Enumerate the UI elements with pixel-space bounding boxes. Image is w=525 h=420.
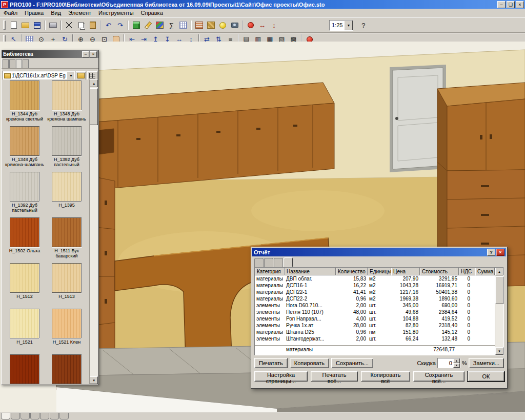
report-tab[interactable] [264,258,273,267]
Н_1344 Дуб кремона светлый[interactable]: Н_1344 Дуб кремона светлый [4,81,46,126]
scroll-track[interactable] [495,275,503,347]
new-element[interactable] [130,20,142,31]
dimension-marks[interactable] [245,20,256,31]
report-calc[interactable]: ∑ [166,20,177,31]
measure-width[interactable]: ↔ [256,20,268,31]
toolbar-button[interactable] [242,21,243,30]
report-action-button[interactable]: Печатать [254,358,288,368]
edit-element[interactable] [142,20,154,31]
Н_15...[interactable]: Н_15... [4,354,46,384]
zoom-select[interactable]: 1:25 ▼ [329,20,353,31]
notes-button[interactable]: Заметки... [469,358,504,368]
Н_1521[interactable]: Н_1521 [4,309,46,354]
library-close-button[interactable]: × [90,51,97,57]
table-row[interactable]: элементы Роп Направл... 4,00 шт. 104,88 … [255,315,495,322]
Н_1348 Дуб кремона-шампань[interactable]: Н_1348 Дуб кремона-шампань [4,126,46,172]
toolbar-button[interactable] [60,21,62,30]
Н_1520 Гру...[interactable]: Н_1520 Гру... [46,354,88,384]
folder-up-button[interactable] [76,71,86,81]
table-row[interactable]: материалы Штанга D25 0,96 пм 151,80 145,… [255,329,495,335]
menu-item[interactable]: Инструменты [95,9,137,16]
column-header[interactable]: Стоимость [420,268,459,275]
save-project[interactable] [31,20,43,31]
library-tab[interactable] [23,59,29,68]
lighting[interactable] [217,20,229,31]
table-row[interactable]: элементы Ручка 1х.ат 28,00 шт. 82,80 231… [255,322,495,329]
table-row[interactable]: материалы ДВП облаг. 15,83 м2 207,90 329… [255,275,495,282]
table-row[interactable]: материалы ДСП22-1 41,41 м2 1217,16 50401… [255,289,495,295]
table-row[interactable]: материалы ДСП22-2 0,96 м2 1969,38 1890,6… [255,295,495,302]
discount-down-button[interactable]: ▼ [453,363,460,368]
view-tab[interactable] [59,413,69,419]
maximize-button[interactable]: ❏ [507,1,515,8]
column-header[interactable]: НДС [459,268,475,275]
column-header[interactable]: Цена [391,268,420,275]
table-row[interactable]: элементы Штангодержат... 2,00 шт. 66,24 … [255,335,495,342]
toolbar-grip[interactable] [3,21,6,30]
toolbar-button[interactable] [191,21,192,30]
redo[interactable]: ↷ [114,20,126,31]
toolbar-button[interactable] [45,21,46,30]
view-tab[interactable] [1,413,10,419]
table-row[interactable]: материалы ДСП16-1 16,22 м2 1043,28 16919… [255,282,495,289]
column-header[interactable]: Категория [255,268,285,275]
Н_1521 Клен[interactable]: Н_1521 Клен [46,309,88,354]
menu-item[interactable]: Правка [21,9,47,16]
show-grid[interactable] [177,20,189,31]
library-title-bar[interactable]: Библиотека – × [2,50,98,58]
close-button[interactable]: × [516,1,524,8]
report-bottom-button[interactable]: ОК [468,371,504,382]
Н_1392 Дуб пастельный[interactable]: Н_1392 Дуб пастельный [46,126,88,172]
open-project[interactable] [19,20,31,31]
scroll-down-icon[interactable]: ▼ [90,376,98,384]
library-minimize-button[interactable]: – [82,51,89,57]
view-tab[interactable] [11,413,20,419]
report-action-button[interactable]: Сохранить... [331,358,373,368]
report-scrollbar[interactable]: ▲ ▼ [495,268,503,355]
report-tab[interactable] [284,257,293,267]
view-tab[interactable] [40,413,49,419]
walls-visibility[interactable] [193,20,205,31]
materials-palette[interactable] [154,20,166,31]
report-title-bar[interactable]: Отчёт ? × [252,248,506,256]
dialog-close-button[interactable]: × [496,249,504,256]
column-header[interactable]: Единицы [368,268,391,275]
scroll-up-icon[interactable]: ▲ [90,79,98,87]
scroll-thumb[interactable] [495,276,503,304]
Н_1512[interactable]: Н_1512 [4,263,46,309]
Н_1502 Ольха[interactable]: Н_1502 Ольха [4,217,46,263]
Н_1395[interactable]: Н_1395 [46,172,88,217]
toolbar-button[interactable] [128,21,129,30]
view-mode-button[interactable] [87,71,97,81]
new-file[interactable] [8,20,19,31]
library-scrollbar[interactable]: ▲ ▼ [89,79,98,384]
column-header[interactable]: Сумма Н... [475,268,495,275]
minimize-button[interactable]: – [497,1,506,8]
report-tab[interactable] [274,258,283,267]
menu-item[interactable]: Файл [0,9,21,16]
menu-item[interactable]: Вид [47,9,65,16]
view-tab[interactable] [21,413,30,419]
library-tab[interactable] [9,59,15,68]
report-bottom-button[interactable]: Сохранить всё... [413,371,465,382]
paste[interactable] [87,20,98,31]
report-bottom-button[interactable]: Печатать всё... [311,371,358,382]
menu-item[interactable]: Элемент [65,9,95,16]
scroll-track[interactable] [90,87,98,376]
Н_1392 Дуб пастельный[interactable]: Н_1392 Дуб пастельный [4,172,46,217]
camera-view[interactable] [229,20,240,31]
discount-input[interactable] [438,358,453,368]
library-tab[interactable] [16,59,22,68]
table-row[interactable]: элементы Петля 110 (107) 48,00 шт. 49,68… [255,309,495,315]
column-header[interactable]: Количество [336,268,368,275]
title-bar[interactable]: P PRO100 - F:\PRO100\Библиотеки\Объедине… [0,0,525,9]
view-tab[interactable] [30,413,39,419]
chevron-down-icon[interactable]: ▼ [67,71,75,81]
copy[interactable] [75,20,87,31]
measure-height[interactable]: ↕ [268,20,280,31]
report-tab[interactable] [254,258,264,267]
cut[interactable] [63,20,75,31]
table-row[interactable]: элементы Нога D60.710... 2,00 шт. 345,00… [255,302,495,309]
chevron-down-icon[interactable]: ▼ [344,21,353,30]
Н_1511 Бук баварский[interactable]: Н_1511 Бук баварский [46,217,88,263]
